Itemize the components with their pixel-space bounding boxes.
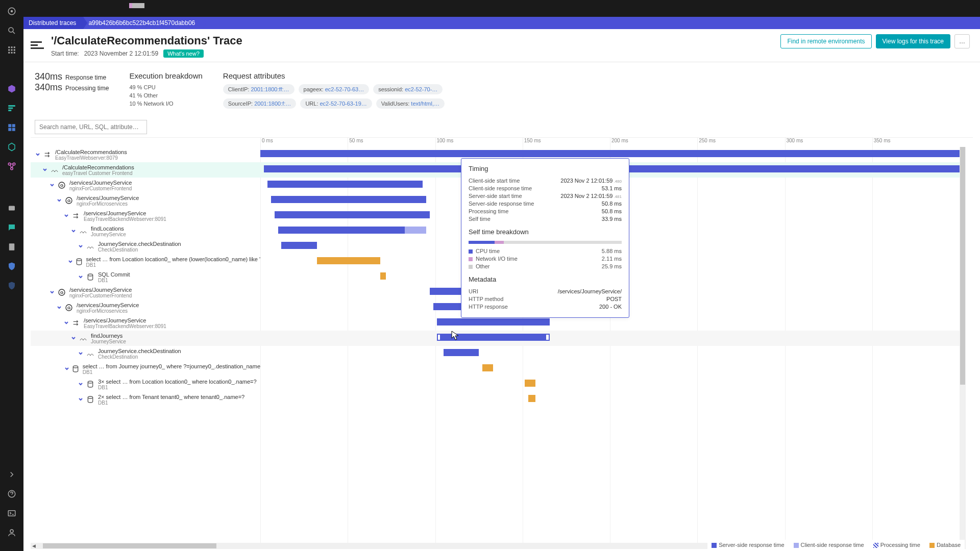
popover-breakdown-row: Network I/O time2.11 ms (469, 256, 622, 262)
svg-point-26 (10, 530, 13, 533)
whats-new-badge[interactable]: What's new? (163, 49, 204, 58)
legend-item: Client-side response time (794, 542, 864, 548)
hscroll-left-icon[interactable]: ◀ (31, 543, 37, 548)
nav-dash-icon[interactable] (7, 122, 17, 133)
expand-icon[interactable] (78, 381, 84, 387)
page-title: '/CalculateRecommendations' Trace (51, 34, 242, 47)
trace-row[interactable]: select … from Journey journey0_ where ?=… (31, 361, 966, 377)
svg-text:G: G (60, 290, 63, 295)
attribute-pill[interactable]: sessionid: ec2-52-70-… (373, 84, 443, 94)
expand-icon[interactable] (78, 274, 84, 280)
row-type-icon: G (64, 196, 74, 205)
nav-container-icon[interactable] (7, 203, 17, 213)
row-type-icon (71, 211, 81, 220)
nav-doc-icon[interactable] (7, 242, 17, 252)
response-time-value: 340ms (35, 71, 62, 82)
row-type-icon (86, 380, 95, 389)
nav-help-icon[interactable] (7, 489, 17, 499)
trace-row[interactable]: JourneyService.checkDestinationCheckDest… (31, 346, 966, 361)
svg-text:G: G (67, 198, 70, 203)
trace-row[interactable]: 2× select … from Tenant tenant0_ where t… (31, 392, 966, 407)
axis-tick: 350 ms (872, 138, 960, 147)
axis-tick: 150 ms (523, 138, 610, 147)
expand-icon[interactable] (49, 289, 55, 295)
expand-icon[interactable] (64, 366, 69, 372)
request-attrs-title: Request attributes (223, 71, 488, 80)
expand-icon[interactable] (78, 396, 84, 403)
expand-icon[interactable] (42, 167, 48, 173)
trace-search-input[interactable] (35, 120, 147, 134)
attribute-pill[interactable]: URL: ec2-52-70-63-19… (300, 98, 372, 109)
row-type-icon (71, 364, 80, 373)
row-type-icon (43, 150, 52, 159)
nav-graph-icon[interactable] (7, 161, 17, 171)
axis-tick: 250 ms (697, 138, 785, 147)
popover-row: Server-side response time50.8 ms (469, 201, 622, 207)
find-remote-button[interactable]: Find in remote environments (780, 34, 871, 48)
expand-icon[interactable] (63, 320, 69, 326)
exec-row: 49 % CPU (129, 84, 202, 90)
trace-legend: Server-side response timeClient-side res… (707, 540, 965, 550)
expand-icon[interactable] (63, 213, 69, 219)
popover-row: Self time33.9 ms (469, 216, 622, 222)
row-type-icon: G (57, 288, 66, 297)
attribute-pill[interactable]: SourceIP: 2001:1800:f:… (223, 98, 297, 109)
nav-shield-icon[interactable] (7, 261, 17, 271)
crumb-trace-id[interactable]: a99b426b6b6bc522b4cb1f4570dabb06 (83, 17, 202, 29)
attribute-pill[interactable]: ClientIP: 2001:1800:ff:… (223, 84, 295, 94)
svg-rect-17 (8, 128, 11, 131)
expand-icon[interactable] (49, 182, 55, 188)
row-type-icon (86, 242, 95, 251)
expand-icon[interactable] (68, 259, 73, 265)
expand-icon[interactable] (35, 152, 41, 158)
popover-metadata-title: Metadata (469, 276, 622, 283)
svg-rect-12 (8, 105, 15, 107)
view-logs-button[interactable]: View logs for this trace (876, 34, 951, 48)
apps-icon[interactable] (7, 45, 17, 55)
svg-rect-23 (9, 243, 15, 251)
more-actions-button[interactable]: … (954, 34, 970, 48)
expand-icon[interactable] (70, 228, 77, 234)
logo-icon[interactable] (7, 6, 17, 16)
attribute-pill[interactable]: ValidUsers: text/html,… (376, 98, 445, 109)
nav-chat-icon[interactable] (7, 222, 17, 233)
expand-icon[interactable] (78, 350, 84, 357)
svg-point-2 (9, 28, 13, 32)
popover-breakdown-row: CPU time5.88 ms (469, 248, 622, 254)
nav-trace-icon[interactable] (7, 103, 17, 113)
nav-cube-icon[interactable] (7, 84, 17, 94)
crumb-root[interactable]: Distributed traces (23, 17, 83, 29)
popover-row: Processing time50.8 ms (469, 208, 622, 214)
attribute-pill[interactable]: pageex: ec2-52-70-63… (299, 84, 370, 94)
search-icon[interactable] (7, 26, 17, 36)
popover-row: Client-side start time2023 Nov 2 12:01:5… (469, 178, 622, 184)
nav-expand-icon[interactable] (7, 469, 17, 480)
popover-row: Server-side start time2023 Nov 2 12:01:5… (469, 193, 622, 199)
trace-row[interactable]: findJourneysJourneyService (31, 331, 966, 346)
popover-meta-row: HTTP response200 - OK (469, 304, 622, 310)
axis-tick: 300 ms (785, 138, 872, 147)
row-type-icon (86, 272, 95, 282)
nav-hex-icon[interactable] (7, 142, 17, 152)
trace-row[interactable]: 3× select … from Location location0_ whe… (31, 377, 966, 392)
expand-icon[interactable] (78, 243, 84, 249)
row-type-icon: G (57, 181, 66, 190)
popover-breakdown-row: Other25.9 ms (469, 263, 622, 269)
nav-user-icon[interactable] (7, 528, 17, 538)
row-type-icon (75, 257, 83, 266)
nav-terminal-icon[interactable] (7, 508, 17, 518)
response-time-label: Response time (65, 74, 106, 81)
page-header: '/CalculateRecommendations' Trace Start … (23, 29, 980, 62)
breadcrumb: Distributed traces a99b426b6b6bc522b4cb1… (23, 17, 980, 29)
svg-rect-9 (8, 52, 10, 54)
svg-text:G: G (67, 306, 70, 310)
axis-tick: 0 ms (260, 138, 348, 147)
top-black-bar (23, 0, 980, 17)
vertical-scrollbar[interactable] (960, 147, 966, 543)
legend-item: Processing time (873, 542, 920, 548)
expand-icon[interactable] (56, 305, 62, 311)
expand-icon[interactable] (70, 335, 77, 341)
expand-icon[interactable] (56, 197, 62, 204)
nav-badge-icon[interactable] (7, 281, 17, 291)
svg-rect-10 (11, 52, 13, 54)
